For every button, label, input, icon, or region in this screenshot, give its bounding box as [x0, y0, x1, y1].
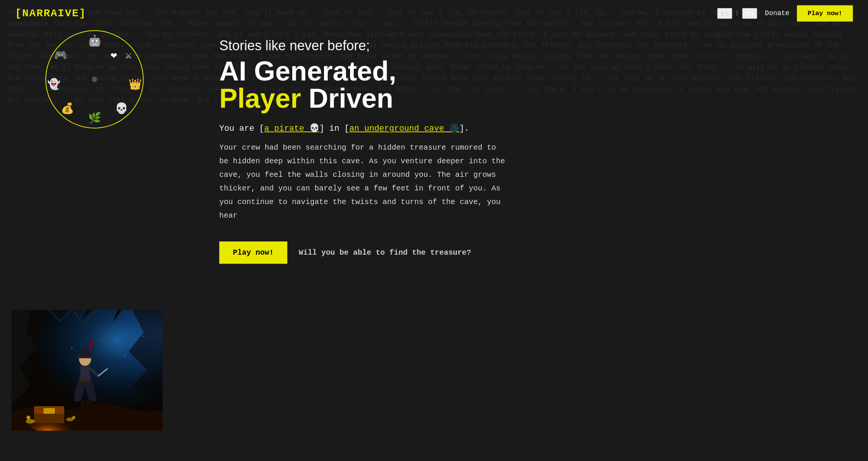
main-headline: AI Generated, Player Driven: [219, 57, 845, 112]
logo-bracket-right: VE]: [65, 8, 86, 19]
bottom-bar: Play now! Will you be able to find the t…: [219, 241, 845, 264]
scenario-place[interactable]: an underground cave 🌑: [349, 124, 459, 133]
scenario-prefix: You are [: [219, 124, 264, 133]
headline-yellow: Player: [219, 83, 301, 113]
scenario-line: You are [a pirate 💀] in [an underground …: [219, 123, 845, 133]
left-section: 🤖 ⚔️ ❤️ 👑 💀 🌿 💰 👻 🎮: [0, 26, 212, 461]
lang-en-button[interactable]: EN: [742, 8, 758, 19]
play-now-main-button[interactable]: Play now!: [219, 241, 287, 264]
svg-rect-17: [87, 400, 91, 407]
circle-center-dot: [92, 77, 97, 82]
tagline: Stories like never before;: [219, 38, 845, 54]
logo-bracket-left: [NARR: [15, 8, 51, 19]
ghost-icon: 👻: [47, 78, 60, 91]
svg-rect-16: [81, 400, 85, 407]
cave-scene-svg: [11, 310, 163, 431]
cta-question: Will you be able to find the treasure?: [299, 248, 471, 257]
sword-icon: ⚔️: [125, 49, 132, 62]
svg-point-19: [102, 340, 103, 341]
svg-point-9: [26, 416, 30, 419]
headline-driven: Driven: [301, 83, 393, 113]
lang-switcher: ES | EN: [717, 8, 757, 19]
donate-button[interactable]: Donate: [765, 9, 789, 17]
skull-icon: 💀: [115, 102, 128, 115]
headline-white: AI Generated,: [219, 56, 396, 86]
logo-ai: AI: [51, 8, 65, 19]
lang-divider: |: [735, 10, 739, 17]
icon-circle-container: 🤖 ⚔️ ❤️ 👑 💀 🌿 💰 👻 🎮: [45, 30, 144, 128]
scenario-suffix: ].: [459, 124, 469, 133]
leaf-icon: 🌿: [88, 111, 101, 124]
lang-es-button[interactable]: ES: [717, 8, 732, 19]
nav-right: ES | EN Donate Play now!: [717, 5, 853, 22]
svg-point-18: [71, 347, 73, 348]
right-section: Stories like never before; AI Generated,…: [212, 26, 868, 461]
heart-icon: ❤️: [111, 49, 117, 62]
scenario-middle: ] in [: [319, 124, 349, 133]
svg-rect-12: [80, 380, 90, 382]
crown-icon: 👑: [129, 78, 142, 91]
navbar: [NARRAIVE] ES | EN Donate Play now!: [0, 0, 868, 26]
dollar-icon: 💰: [61, 102, 74, 115]
apple-icon: 🎮: [54, 49, 67, 62]
svg-point-7: [26, 419, 35, 424]
scenario-role[interactable]: a pirate 💀: [264, 124, 319, 133]
story-text: Your crew had been searching for a hidde…: [219, 141, 507, 223]
robot-icon: 🤖: [88, 34, 101, 47]
svg-point-10: [72, 416, 75, 419]
main-content: 🤖 ⚔️ ❤️ 👑 💀 🌿 💰 👻 🎮: [0, 26, 868, 461]
story-image: [11, 310, 163, 431]
svg-rect-14: [76, 356, 94, 358]
svg-point-20: [124, 354, 126, 356]
svg-rect-6: [43, 408, 55, 414]
logo[interactable]: [NARRAIVE]: [15, 8, 86, 19]
icon-circle: 🤖 ⚔️ ❤️ 👑 💀 🌿 💰 👻 🎮: [45, 30, 144, 128]
play-now-nav-button[interactable]: Play now!: [797, 5, 853, 22]
svg-point-21: [143, 336, 144, 337]
